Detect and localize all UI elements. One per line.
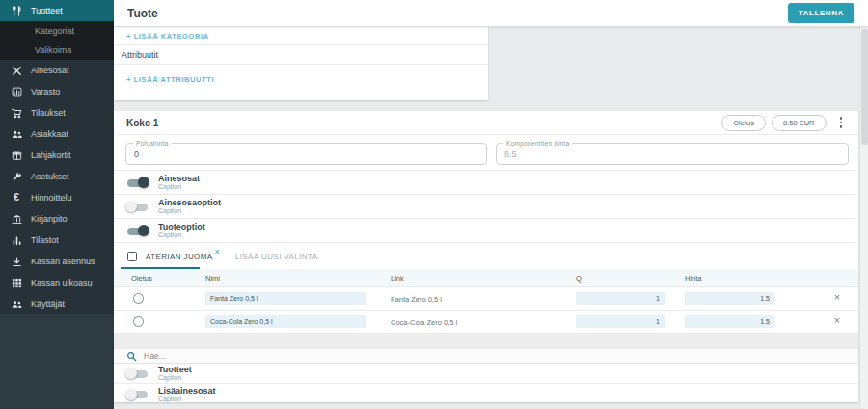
default-pill-button[interactable]: Oletus	[721, 115, 766, 131]
gift-icon	[11, 150, 22, 161]
sidebar-item-tuotteet[interactable]: Tuotteet	[0, 0, 114, 21]
remove-row-icon[interactable]: ×	[828, 291, 846, 303]
toggle-row-ainesosat: Ainesosat Caption	[114, 171, 858, 195]
euro-icon: €	[11, 192, 22, 204]
quantity-input[interactable]	[576, 292, 665, 305]
cart-icon	[11, 107, 22, 119]
sidebar-filler	[0, 314, 114, 409]
attributes-label: Attribuutit	[122, 50, 158, 60]
grid-icon	[11, 277, 22, 288]
sidebar-item-tilaukset[interactable]: Tilaukset	[0, 102, 114, 123]
sidebar-item-tilastot[interactable]: Tilastot	[0, 230, 114, 251]
search-input[interactable]	[144, 351, 356, 361]
download-icon	[11, 256, 22, 267]
base-price-input[interactable]	[126, 145, 486, 165]
utensils-icon	[11, 5, 22, 16]
toggle-label: Lisäainesosat	[158, 386, 216, 395]
section-divider-band	[114, 333, 858, 349]
price-input[interactable]	[685, 292, 774, 305]
scrollbar-thumb[interactable]	[861, 29, 868, 145]
add-tab-button[interactable]: LISÄÄ UUSI VALINTA	[235, 252, 318, 260]
sidebar-item-label: Kategoriat	[35, 26, 74, 36]
toggle-caption: Caption	[158, 232, 205, 239]
ainesosat-toggle[interactable]	[125, 177, 149, 189]
search-icon	[126, 351, 137, 362]
base-price-label: Pohjahinta	[133, 140, 172, 147]
table-row: Fanta Zero 0,5 l ×	[114, 286, 858, 310]
toggle-row-tuotteet: Tuotteet Caption	[114, 364, 858, 384]
sidebar-item-varasto[interactable]: Varasto	[0, 81, 114, 102]
toggle-row-lisaainesosat: Lisäainesosat Caption	[114, 384, 858, 404]
search-row	[114, 349, 858, 364]
remove-row-icon[interactable]: ×	[828, 314, 846, 326]
header-link: Link	[391, 274, 404, 283]
kebab-menu-icon[interactable]	[836, 115, 847, 130]
component-price-field: Komponenttien hinta	[496, 143, 849, 165]
ainesosaoptiot-toggle[interactable]	[125, 201, 149, 213]
toggle-text: Ainesosaoptiot Caption	[158, 198, 221, 215]
toggle-label: Ainesosaoptiot	[158, 198, 221, 207]
toggle-text: Tuoteoptiot Caption	[158, 222, 205, 239]
tab-close-icon[interactable]: ×	[215, 247, 220, 257]
size-title: Koko 1	[126, 118, 158, 128]
options-table-header: Oletus Nimi Link Q Hinta	[114, 269, 858, 286]
quantity-input[interactable]	[576, 315, 665, 328]
sidebar-subgroup-tuotteet: Kategoriat Valikoima	[0, 21, 114, 60]
tuoteoptiot-toggle[interactable]	[125, 225, 149, 237]
bar-chart-icon	[11, 234, 22, 246]
sidebar-item-label: Käyttäjät	[31, 299, 65, 309]
sidebar-item-label: Kirjanpito	[31, 214, 68, 224]
toggle-row-tuoteoptiot: Tuoteoptiot Caption	[114, 219, 858, 243]
euro-glyph: €	[14, 192, 19, 204]
users-icon	[11, 298, 22, 310]
sidebar-item-kategoriat[interactable]: Kategoriat	[0, 21, 114, 41]
sidebar-item-kirjanpito[interactable]: Kirjanpito	[0, 208, 114, 230]
link-value: Fanta Zero 0,5 l	[391, 295, 442, 304]
header-q: Q	[576, 274, 582, 283]
sidebar-item-kassan-asennus[interactable]: Kassan asennus	[0, 251, 114, 272]
size-card: Koko 1 Oletus 8.50 EUR Pohjahinta Kompon…	[114, 111, 858, 402]
toggle-text: Ainesosat Caption	[158, 174, 200, 191]
name-input[interactable]	[205, 292, 366, 305]
toggle-caption: Caption	[158, 374, 192, 382]
price-pill-button[interactable]: 8.50 EUR	[772, 115, 827, 131]
sidebar-item-asetukset[interactable]: Asetukset	[0, 166, 114, 187]
header-nimi: Nimi	[205, 274, 220, 283]
component-price-input[interactable]	[497, 145, 848, 165]
sidebar-item-label: Kassan asennus	[31, 257, 95, 266]
tab-checkbox[interactable]	[127, 252, 137, 261]
sidebar-item-lahjakortit[interactable]: Lahjakortit	[0, 145, 114, 166]
add-attribute-link[interactable]: + LISÄÄ ATTRIBUUTTI	[126, 75, 214, 84]
sidebar-item-valikoima[interactable]: Valikoima	[0, 41, 114, 60]
toggle-label: Tuotteet	[158, 365, 192, 374]
sidebar-item-kayttajat[interactable]: Käyttäjät	[0, 293, 114, 314]
price-input[interactable]	[685, 315, 774, 328]
save-button[interactable]: TALLENNA	[788, 3, 854, 23]
sidebar-item-label: Tilastot	[31, 235, 59, 245]
sidebar-item-label: Tuotteet	[31, 6, 63, 15]
people-icon	[11, 128, 22, 140]
wrench-icon	[11, 171, 22, 182]
tuotteet-toggle[interactable]	[125, 368, 149, 380]
sidebar-item-hinnoittelu[interactable]: € Hinnoittelu	[0, 187, 114, 208]
scrollbar[interactable]	[859, 0, 868, 409]
toggle-row-ainesosaoptiot: Ainesosaoptiot Caption	[114, 195, 858, 219]
name-input[interactable]	[205, 315, 366, 328]
toggle-text: Tuotteet Caption	[158, 365, 192, 382]
attributes-label-row: Attribuutit	[114, 45, 488, 65]
tab-aterian-juoma[interactable]: ATERIAN JUOMA	[146, 252, 213, 260]
sidebar-item-ainesosat[interactable]: Ainesosat	[0, 60, 114, 81]
inventory-chart-icon	[11, 86, 22, 97]
sidebar-item-asiakkaat[interactable]: Asiakkaat	[0, 123, 114, 145]
sidebar-item-label: Asiakkaat	[31, 129, 68, 139]
page-title: Tuote	[127, 7, 158, 20]
default-radio[interactable]	[133, 293, 144, 304]
add-category-link[interactable]: + LISÄÄ KATEGORIA	[126, 32, 209, 41]
sidebar: Tuotteet Kategoriat Valikoima Ainesosat	[0, 0, 114, 409]
sidebar-item-kassan-ulkoasu[interactable]: Kassan ulkoasu	[0, 272, 114, 293]
sidebar-item-label: Ainesosat	[31, 66, 69, 75]
lisaainesosat-toggle[interactable]	[125, 388, 149, 400]
size-card-header: Koko 1 Oletus 8.50 EUR	[114, 111, 858, 135]
default-radio[interactable]	[133, 316, 144, 327]
toggle-caption: Caption	[158, 395, 216, 403]
